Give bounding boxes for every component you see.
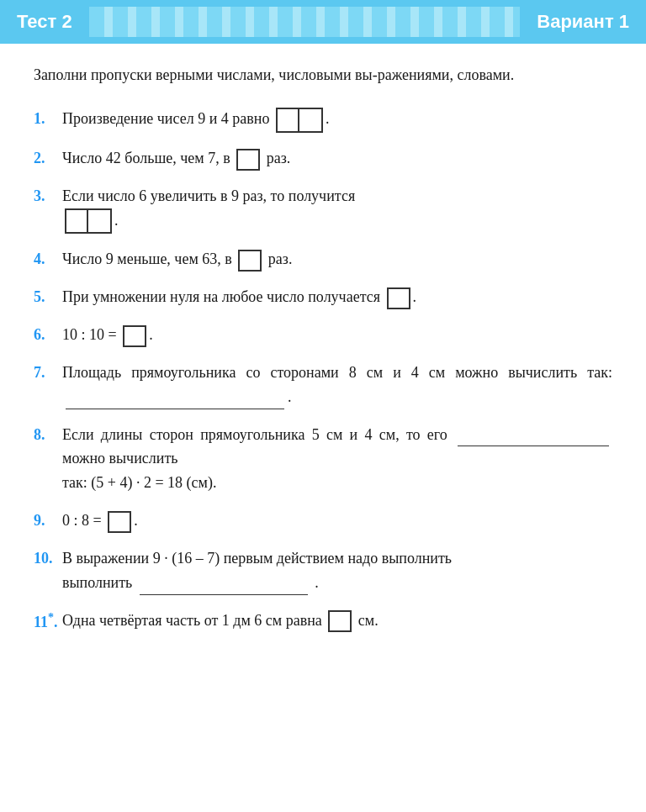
question-6: 6. 10 : 10 = . [34, 323, 612, 347]
q10-text: В выражении 9 · (16 – 7) первым действие… [62, 546, 612, 595]
q5-text-after: . [413, 288, 417, 305]
q8-answer-line[interactable] [458, 430, 609, 446]
q10-text-after: . [311, 574, 319, 591]
q2-answer-box[interactable] [236, 149, 260, 171]
q2-text-after: раз. [267, 150, 291, 166]
q1-cell2 [299, 109, 321, 131]
q9-answer-box[interactable] [108, 511, 131, 533]
question-5: 5. При умножении нуля на любое число пол… [34, 285, 612, 309]
q6-number: 6. [34, 323, 59, 347]
q7-number: 7. [34, 361, 59, 385]
intro-text: Заполни пропуски верными числами, числов… [34, 64, 612, 87]
question-1: 1. Произведение чисел 9 и 4 равно . [34, 107, 612, 133]
question-11: 11*. Одна четвёртая часть от 1 дм 6 см р… [34, 609, 612, 635]
q1-number: 1. [34, 107, 59, 131]
q3-cell2 [88, 210, 110, 232]
q10-prefix: выполнить [62, 574, 136, 591]
q1-cell1 [278, 109, 299, 131]
question-3: 3. Если число 6 увеличить в 9 раз, то по… [34, 184, 612, 235]
q4-answer-box[interactable] [238, 250, 262, 272]
q4-number: 4. [34, 247, 59, 272]
test-title: Тест 2 [17, 11, 72, 33]
question-9: 9. 0 : 8 = . [34, 509, 612, 533]
q3-number: 3. [34, 184, 59, 208]
question-8: 8. Если длины сторон прямоугольника 5 см… [34, 423, 612, 495]
q11-answer-box[interactable] [328, 610, 352, 632]
q7-text-after: . [288, 388, 292, 405]
q5-answer-box[interactable] [387, 287, 410, 309]
q11-number: 11*. [34, 609, 59, 635]
q8-text-mid: можно вычислить [62, 450, 177, 467]
q3-answer-box[interactable] [65, 208, 112, 234]
q9-number: 9. [34, 509, 59, 533]
q10-answer-line[interactable] [140, 578, 308, 595]
variant-label: Вариант 1 [537, 11, 629, 33]
q9-text-after: . [134, 512, 138, 529]
q5-number: 5. [34, 285, 59, 309]
q2-number: 2. [34, 146, 59, 171]
q6-answer-box[interactable] [123, 325, 146, 347]
q3-text-after: . [114, 212, 119, 229]
q8-number: 8. [34, 423, 59, 447]
q9-text: 0 : 8 = . [62, 509, 612, 533]
q3-text: Если число 6 увеличить в 9 раз, то получ… [62, 184, 612, 235]
header-decoration [89, 7, 521, 37]
q2-text: Число 42 больше, чем 7, в раз. [62, 146, 612, 171]
q7-answer-line[interactable] [66, 393, 284, 409]
q6-text: 10 : 10 = . [62, 323, 612, 347]
q8-text: Если длины сторон прямоугольника 5 см и … [62, 423, 612, 495]
question-7: 7. Площадь прямоугольника со сторонами 8… [34, 361, 612, 409]
q4-text: Число 9 меньше, чем 63, в раз. [62, 247, 612, 272]
q11-text-after: см. [358, 612, 379, 629]
q7-text: Площадь прямоугольника со сторонами 8 см… [62, 361, 612, 409]
question-4: 4. Число 9 меньше, чем 63, в раз. [34, 247, 612, 272]
q4-text-after: раз. [268, 250, 293, 267]
question-2: 2. Число 42 больше, чем 7, в раз. [34, 146, 612, 171]
q6-text-after: . [149, 326, 153, 343]
q1-answer-box[interactable] [276, 108, 323, 133]
q1-text: Произведение чисел 9 и 4 равно . [62, 107, 612, 133]
q5-text: При умножении нуля на любое число получа… [62, 285, 612, 309]
main-content: Заполни пропуски верными числами, числов… [0, 44, 646, 667]
q1-text-after: . [326, 110, 330, 127]
q11-text: Одна четвёртая часть от 1 дм 6 см равна … [62, 609, 612, 633]
q8-text-end: так: (5 + 4) · 2 = 18 (см). [62, 474, 216, 491]
page-header: Тест 2 Вариант 1 [0, 0, 646, 44]
question-10: 10. В выражении 9 · (16 – 7) первым дейс… [34, 546, 612, 595]
q10-number: 10. [34, 546, 59, 571]
q3-cell1 [66, 210, 88, 232]
